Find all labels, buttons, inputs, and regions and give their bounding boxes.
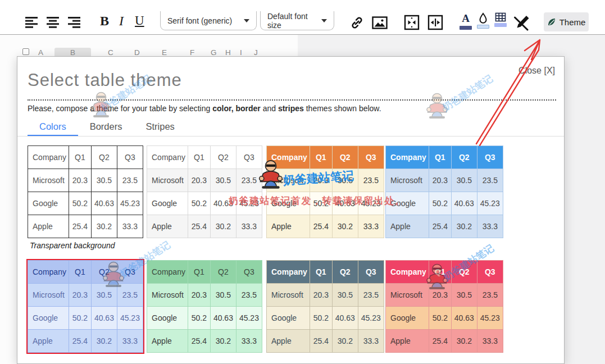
dialog-description: Please, compose a theme for your table b…	[28, 104, 381, 113]
preview-cell: Microsoft	[267, 169, 310, 192]
preview-cell: 23.5	[358, 284, 384, 307]
theme-option-light-gray[interactable]: CompanyQ1Q2Q3Microsoft20.330.523.5Google…	[147, 145, 262, 238]
preview-cell: Company	[28, 261, 69, 284]
preview-cell: Q2	[91, 261, 117, 284]
preview-cell: 30.2	[332, 330, 358, 353]
preview-cell: Q1	[188, 261, 210, 284]
align-center-button[interactable]	[46, 16, 60, 28]
fit-cell-button[interactable]	[404, 15, 420, 30]
table-color-swatch	[494, 23, 507, 27]
preview-cell: Q3	[477, 146, 503, 169]
close-button[interactable]: Close [X]	[518, 66, 555, 76]
align-right-button[interactable]	[67, 16, 81, 28]
preview-cell: 20.3	[69, 169, 91, 192]
font-family-select[interactable]: Serif font (generic)	[160, 11, 257, 30]
preview-cell: 25.4	[188, 215, 210, 238]
theme-option-transparent[interactable]: CompanyQ1Q2Q3Microsoft20.330.523.5Google…	[28, 145, 143, 238]
preview-cell: 40.63	[210, 192, 236, 215]
column-width-button[interactable]	[427, 15, 443, 30]
highlight-color-button[interactable]	[477, 12, 489, 29]
tab-borders[interactable]: Borders	[78, 117, 134, 136]
preview-cell: 20.3	[310, 284, 332, 307]
preview-cell: Apple	[147, 215, 188, 238]
preview-cell: 33.3	[358, 215, 384, 238]
preview-cell: 50.2	[310, 192, 332, 215]
preview-cell: Q2	[332, 261, 358, 284]
sheet-select-all-checkbox[interactable]	[22, 48, 29, 55]
editor-toolbar: B I U Serif font (generic) Default font …	[0, 0, 605, 35]
theme-tabs: Colors Borders Stripes	[28, 117, 186, 136]
preview-cell: Company	[147, 261, 188, 284]
chevron-down-icon	[244, 19, 249, 22]
preview-cell: 50.2	[69, 192, 91, 215]
theme-button[interactable]: Theme	[544, 12, 589, 31]
preview-cell: 23.5	[358, 169, 384, 192]
theme-option-blue[interactable]: CompanyQ1Q2Q3Microsoft20.330.523.5Google…	[385, 145, 503, 238]
text-color-button[interactable]: A	[460, 12, 472, 30]
preview-cell: 50.2	[188, 307, 210, 330]
desc-text: and	[261, 104, 278, 113]
theme-option-red[interactable]: CompanyQ1Q2Q3Microsoft20.330.523.5Google…	[385, 260, 503, 353]
theme-option-green[interactable]: CompanyQ1Q2Q3Microsoft20.330.523.5Google…	[147, 260, 262, 353]
preview-cell: Google	[386, 307, 429, 330]
tab-colors[interactable]: Colors	[28, 117, 78, 136]
desc-bold-color-border: color, border	[212, 104, 261, 113]
preview-cell: Q2	[332, 146, 358, 169]
preview-cell: Apple	[267, 215, 310, 238]
preview-cell: Apple	[28, 330, 69, 353]
preview-cell: 40.63	[332, 307, 358, 330]
sheet-left-margin	[0, 35, 17, 364]
preview-cell: 30.5	[451, 169, 477, 192]
preview-cell: 30.2	[451, 330, 477, 353]
preview-cell: Google	[267, 192, 310, 215]
insert-link-button[interactable]	[349, 15, 365, 30]
preview-cell: 40.63	[451, 307, 477, 330]
clear-format-button[interactable]	[512, 13, 530, 31]
align-left-icon	[25, 16, 38, 28]
preview-cell: Apple	[147, 330, 188, 353]
preview-cell: 45.23	[117, 307, 143, 330]
preview-cell: 30.5	[332, 169, 358, 192]
preview-cell: Q1	[188, 146, 210, 169]
preview-cell: Q1	[310, 261, 332, 284]
underline-button[interactable]: U	[135, 13, 144, 28]
preview-cell: 23.5	[477, 284, 503, 307]
preview-cell: Company	[386, 146, 429, 169]
table-color-button[interactable]	[494, 12, 507, 27]
preview-cell: 30.5	[91, 169, 117, 192]
theme-option-orange[interactable]: CompanyQ1Q2Q3Microsoft20.330.523.5Google…	[266, 145, 384, 238]
preview-cell: 40.63	[210, 307, 236, 330]
preview-cell: Apple	[28, 215, 69, 238]
preview-cell: Q2	[451, 146, 477, 169]
preview-cell: Company	[28, 146, 69, 169]
app-screen: B I U Serif font (generic) Default font …	[0, 0, 605, 364]
preview-cell: Q1	[69, 261, 91, 284]
preview-cell: 40.63	[332, 192, 358, 215]
tab-stripes[interactable]: Stripes	[134, 117, 186, 136]
chevron-down-icon	[321, 19, 327, 22]
droplet-icon	[479, 12, 488, 24]
preview-cell: 30.2	[91, 215, 117, 238]
theme-option-periwinkle-selected[interactable]: CompanyQ1Q2Q3Microsoft20.330.523.5Google…	[26, 259, 144, 354]
font-size-select[interactable]: Default font size	[260, 11, 334, 30]
preview-cell: 33.3	[358, 330, 384, 353]
align-right-icon	[67, 16, 81, 28]
bold-button[interactable]: B	[100, 13, 109, 29]
preview-cell: 25.4	[429, 215, 451, 238]
preview-cell: 23.5	[477, 169, 503, 192]
theme-option-slate[interactable]: CompanyQ1Q2Q3Microsoft20.330.523.5Google…	[266, 260, 384, 353]
preview-cell: 20.3	[310, 169, 332, 192]
preview-cell: 45.23	[358, 307, 384, 330]
preview-cell: 25.4	[310, 215, 332, 238]
font-size-value: Default font size	[267, 12, 321, 30]
preview-cell: Q2	[451, 261, 477, 284]
insert-image-button[interactable]	[372, 16, 388, 29]
italic-button[interactable]: I	[119, 13, 124, 29]
preview-cell: Q2	[210, 261, 236, 284]
preview-cell: Q2	[210, 146, 236, 169]
desc-text: themes shown below.	[304, 104, 381, 113]
align-left-button[interactable]	[25, 16, 38, 28]
preview-cell: Q3	[117, 261, 143, 284]
preview-cell: Q2	[91, 146, 117, 169]
preview-cell: Google	[147, 192, 188, 215]
